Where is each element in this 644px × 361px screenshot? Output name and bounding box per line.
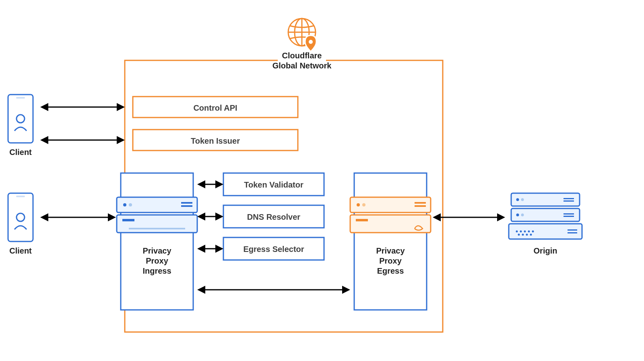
token-issuer-label: Token Issuer (191, 136, 240, 145)
architecture-diagram: Cloudflare Global Network Control API To… (0, 0, 644, 361)
network-title-line1: Cloudflare (282, 51, 322, 60)
egress-label-3: Egress (377, 266, 404, 275)
client-phone-icon-1 (8, 95, 33, 143)
origin-label: Origin (534, 246, 557, 255)
ingress-container (121, 173, 193, 310)
dns-resolver-label: DNS Resolver (247, 212, 300, 221)
client-2-label: Client (9, 246, 32, 255)
control-api-label: Control API (193, 103, 237, 112)
egress-label-1: Privacy (376, 246, 405, 255)
egress-label-2: Proxy (379, 256, 402, 265)
ingress-label-3: Ingress (142, 266, 171, 275)
client-1-label: Client (9, 148, 32, 157)
egress-selector-label: Egress Selector (243, 245, 304, 254)
egress-server-icon (350, 197, 431, 233)
ingress-label-1: Privacy (142, 246, 171, 255)
ingress-label-2: Proxy (146, 256, 168, 265)
client-phone-icon-2 (8, 193, 33, 241)
token-validator-label: Token Validator (244, 180, 303, 189)
globe-icon (288, 19, 316, 52)
network-title-line2: Global Network (272, 61, 332, 70)
ingress-server-icon (117, 197, 197, 233)
origin-server-icon (509, 193, 582, 239)
egress-container (354, 173, 427, 310)
